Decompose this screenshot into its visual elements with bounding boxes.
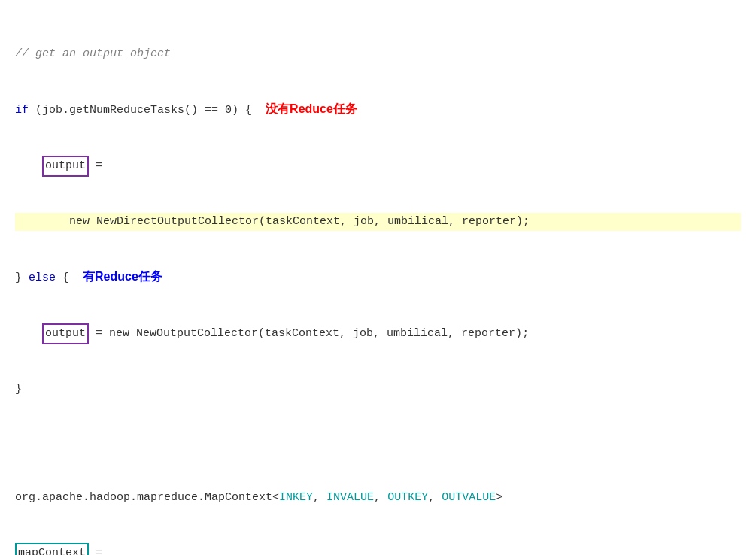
code-display: // get an output object if (job.getNumRe… [15,9,741,555]
line-if: if (job.getNumReduceTasks() == 0) { 没有Re… [15,99,741,120]
line-output1: output = [15,156,741,177]
line-else: } else { 有Reduce任务 [15,267,741,287]
blank-1 [15,435,741,453]
line-output2: output = new NewOutputCollector(taskCont… [15,323,741,344]
label-no-reduce: 没有Reduce任务 [266,102,357,115]
line-mapcontext-assign: mapContext = [15,543,741,555]
comment-line: // get an output object [15,45,741,63]
line-mapcontext-type: org.apache.hadoop.mapreduce.MapContext<I… [15,489,741,507]
output-box-1: output [42,156,89,177]
line-new-direct: new NewDirectOutputCollector(taskContext… [15,213,741,231]
mapcontext-box: mapContext [15,543,89,555]
line-close-brace: } [15,381,741,399]
output-box-2: output [42,323,89,344]
label-has-reduce: 有Reduce任务 [83,270,162,283]
